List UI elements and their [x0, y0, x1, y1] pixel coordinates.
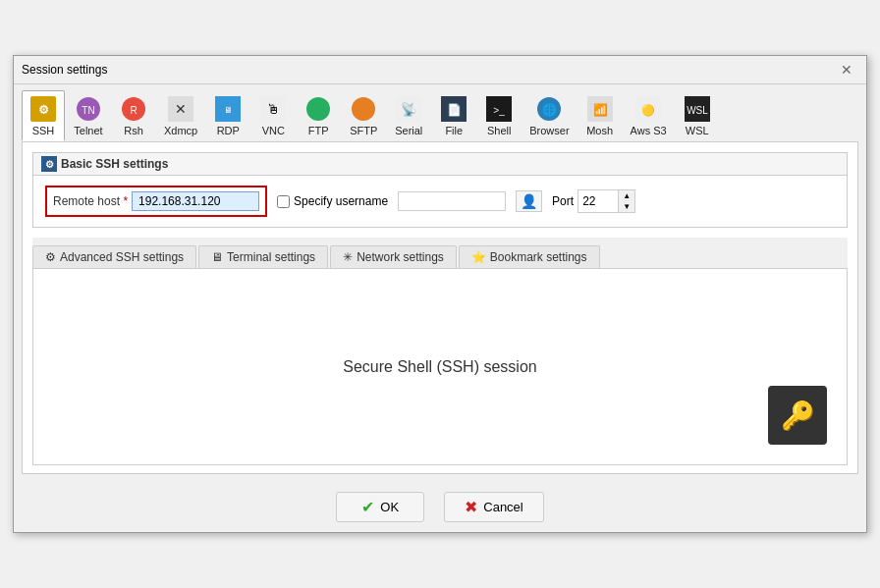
svg-text:R: R: [130, 105, 137, 116]
proto-ftp[interactable]: FTP: [297, 90, 340, 141]
ssh-section-icon: ⚙: [41, 156, 57, 172]
advanced-ssh-tab-label: Advanced SSH settings: [60, 250, 184, 264]
svg-text:🖥: 🖥: [224, 105, 233, 115]
port-input-wrapper: ▲ ▼: [578, 189, 635, 213]
bookmark-tab-label: Bookmark settings: [490, 250, 587, 264]
vnc-label: VNC: [262, 125, 285, 136]
tab-network[interactable]: ✳ Network settings: [330, 245, 457, 268]
proto-rsh[interactable]: R Rsh: [112, 90, 155, 141]
dialog-title: Session settings: [22, 63, 107, 77]
port-input[interactable]: [578, 190, 618, 212]
svg-text:🟡: 🟡: [641, 103, 655, 117]
port-down-button[interactable]: ▼: [619, 201, 634, 212]
remote-host-box: Remote host *: [45, 186, 267, 217]
rdp-icon: 🖥: [214, 95, 242, 123]
tab-advanced-ssh[interactable]: ⚙ Advanced SSH settings: [32, 245, 196, 268]
proto-file[interactable]: 📄 File: [432, 90, 475, 141]
svg-text:✕: ✕: [175, 101, 187, 117]
proto-rdp[interactable]: 🖥 RDP: [206, 90, 249, 141]
close-button[interactable]: ✕: [835, 60, 858, 80]
sftp-label: SFTP: [350, 125, 377, 136]
serial-icon: 📡: [395, 95, 422, 123]
svg-point-13: [352, 97, 375, 121]
svg-text:📄: 📄: [447, 102, 462, 117]
remote-host-label: Remote host *: [53, 194, 128, 208]
advanced-ssh-tab-icon: ⚙: [45, 250, 56, 264]
key-icon-box: 🔑: [768, 386, 827, 445]
bookmark-tab-icon: ⭐: [471, 250, 486, 264]
mosh-icon: 📶: [586, 95, 614, 123]
file-icon: 📄: [440, 95, 468, 123]
rsh-icon: R: [120, 95, 147, 123]
proto-vnc[interactable]: 🖱 VNC: [251, 90, 295, 141]
telnet-label: Telnet: [74, 125, 102, 136]
svg-text:📡: 📡: [401, 101, 417, 118]
remote-host-input[interactable]: [132, 191, 259, 211]
port-spinners: ▲ ▼: [618, 190, 634, 212]
wsl-label: WSL: [686, 125, 709, 136]
svg-text:TN: TN: [82, 105, 94, 116]
specify-username-checkbox[interactable]: [277, 195, 290, 208]
network-tab-icon: ✳: [343, 250, 353, 264]
mosh-label: Mosh: [586, 125, 613, 136]
basic-ssh-section: ⚙ Basic SSH settings Remote host * Speci…: [32, 152, 848, 228]
svg-text:>_: >_: [494, 105, 506, 116]
browser-label: Browser: [529, 125, 569, 136]
proto-xdmcp[interactable]: ✕ Xdmcp: [157, 90, 204, 141]
shell-icon: >_: [485, 95, 513, 123]
svg-point-12: [306, 97, 330, 121]
browser-icon: 🌐: [535, 95, 563, 123]
proto-sftp[interactable]: SFTP: [342, 90, 385, 141]
proto-mosh[interactable]: 📶 Mosh: [578, 90, 622, 141]
svg-text:WSL: WSL: [687, 105, 708, 116]
specify-username-group: Specify username: [277, 194, 388, 208]
ok-button[interactable]: ✔ OK: [336, 492, 424, 522]
tab-bookmark[interactable]: ⭐ Bookmark settings: [459, 245, 600, 268]
ftp-icon: [304, 95, 332, 123]
tab-content-area: Secure Shell (SSH) session 🔑: [32, 269, 848, 465]
proto-wsl[interactable]: WSL WSL: [676, 90, 719, 141]
proto-ssh[interactable]: ⚙ SSH: [22, 90, 65, 141]
aws-label: Aws S3: [631, 125, 667, 136]
proto-aws[interactable]: 🟡 Aws S3: [624, 90, 674, 141]
proto-telnet[interactable]: TN Telnet: [67, 90, 110, 141]
terminal-tab-label: Terminal settings: [227, 250, 315, 264]
proto-serial[interactable]: 📡 Serial: [387, 90, 430, 141]
session-label: Secure Shell (SSH) session: [343, 358, 536, 376]
svg-text:📶: 📶: [592, 102, 607, 117]
specify-username-label: Specify username: [294, 194, 388, 208]
person-button[interactable]: 👤: [516, 190, 542, 212]
proto-shell[interactable]: >_ Shell: [477, 90, 521, 141]
cancel-label: Cancel: [483, 500, 522, 514]
sftp-icon: [350, 95, 377, 123]
serial-label: Serial: [395, 125, 422, 136]
wsl-icon: WSL: [684, 95, 711, 123]
port-group: Port ▲ ▼: [552, 189, 635, 213]
ok-label: OK: [380, 500, 399, 514]
ftp-label: FTP: [308, 125, 329, 136]
protocol-bar: ⚙ SSH TN Telnet R Rsh ✕ Xdmcp 🖥: [14, 84, 866, 141]
ssh-icon: ⚙: [29, 95, 57, 123]
rsh-label: Rsh: [124, 125, 143, 136]
basic-ssh-title: Basic SSH settings: [61, 157, 168, 171]
proto-browser[interactable]: 🌐 Browser: [522, 90, 576, 141]
file-label: File: [445, 125, 463, 136]
ok-icon: ✔: [361, 498, 374, 516]
svg-text:⚙: ⚙: [38, 103, 49, 117]
tab-terminal[interactable]: 🖥 Terminal settings: [198, 245, 328, 268]
port-label: Port: [552, 194, 574, 208]
cancel-button[interactable]: ✖ Cancel: [444, 492, 543, 522]
username-input[interactable]: [398, 191, 506, 211]
tabs-bar: ⚙ Advanced SSH settings 🖥 Terminal setti…: [32, 238, 848, 269]
xdmcp-label: Xdmcp: [164, 125, 197, 136]
session-settings-dialog: Session settings ✕ ⚙ SSH TN Telnet R Rsh: [13, 55, 867, 533]
basic-ssh-header: ⚙ Basic SSH settings: [33, 153, 847, 176]
svg-text:🌐: 🌐: [542, 102, 557, 117]
aws-icon: 🟡: [634, 95, 662, 123]
rdp-label: RDP: [217, 125, 240, 136]
required-marker: *: [123, 194, 128, 208]
basic-settings-row: Remote host * Specify username 👤 Port: [33, 176, 847, 227]
bottom-bar: ✔ OK ✖ Cancel: [14, 482, 866, 532]
svg-text:🖱: 🖱: [266, 101, 280, 117]
port-up-button[interactable]: ▲: [619, 190, 634, 201]
